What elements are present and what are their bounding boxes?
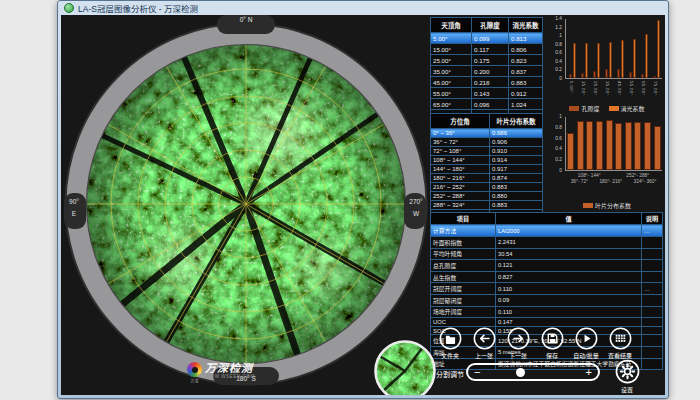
table-row[interactable]: 252° ~ 288°0.880 <box>431 192 543 201</box>
bar-group <box>617 40 624 78</box>
bar-group <box>653 20 660 78</box>
y-axis-tick: 0.6 <box>550 50 562 56</box>
gear-icon <box>615 359 640 384</box>
table-row[interactable]: 总孔隙度0.121 <box>431 260 663 272</box>
legend-item: 叶片分布系数 <box>583 201 631 210</box>
table-row[interactable]: 叶面积指数2.2431 <box>431 236 663 248</box>
chart-bar <box>606 120 613 170</box>
table-row[interactable]: 36° ~ 72°0.906 <box>431 138 543 147</box>
table-row[interactable]: 180° ~ 216°0.874 <box>431 174 543 183</box>
table-row[interactable]: 场地开阔度0.110 <box>431 306 663 318</box>
bar-group <box>577 121 584 170</box>
chart-legend: 叶片分布系数 <box>550 201 664 210</box>
folder-icon <box>439 327 462 350</box>
chart-bar <box>567 133 574 170</box>
table-row[interactable]: 计算方法LAI2000… <box>431 225 663 237</box>
chart-bar <box>586 121 593 170</box>
folder-button[interactable]: 文件夹 <box>433 327 467 360</box>
table-row[interactable]: 冠层郁闭度0.09 <box>431 294 663 306</box>
table-row[interactable]: 216° ~ 252°0.883 <box>431 183 543 192</box>
chart-bar <box>634 122 641 170</box>
slider-thumb[interactable] <box>516 368 525 377</box>
window-content: 0° N 180° S 90° E 270° W 天顶角孔隙度消光系数5.00°… <box>61 15 665 395</box>
table-row[interactable]: 65.00°0.0961.024 <box>431 99 543 110</box>
view-results-button[interactable]: 查看结果 <box>603 327 637 360</box>
chart-bar <box>615 123 622 170</box>
legend-swatch <box>583 203 593 208</box>
segmentation-slider-label: 分割调节 <box>436 369 464 379</box>
auto-batch-button[interactable]: 自动/批量 <box>569 327 603 360</box>
chart-bar <box>653 76 656 78</box>
segmentation-slider[interactable]: − + <box>466 363 600 381</box>
table-row[interactable]: 55.00°0.1430.912 <box>431 88 543 99</box>
table-row[interactable]: 45.00°0.2180.883 <box>431 77 543 88</box>
table-row[interactable]: 35.00°0.2000.837 <box>431 66 543 77</box>
brand-site: WWW.WSEEN.COM <box>205 374 255 379</box>
y-axis-tick: 0.6 <box>550 136 562 142</box>
y-axis-tick: 0.8 <box>550 42 562 48</box>
bar-group <box>567 133 574 170</box>
next-image-button[interactable]: 下一张 <box>501 327 535 360</box>
chart-legend: 孔隙度消光系数 <box>550 104 664 113</box>
y-axis-tick: 0.8 <box>550 125 562 131</box>
bar-group <box>586 121 593 170</box>
table-row[interactable]: 72° ~ 108°0.910 <box>431 147 543 156</box>
table-row[interactable]: 108° ~ 144°0.914 <box>431 156 543 165</box>
save-button[interactable]: 保存 <box>535 327 569 360</box>
chart-bar <box>597 43 600 78</box>
chart-bar <box>617 69 620 78</box>
chart-bar <box>657 20 660 78</box>
chart-bar <box>644 122 651 170</box>
chart-bar <box>654 126 661 170</box>
compass-east-degrees: 90° <box>64 198 84 205</box>
legend-swatch <box>569 106 579 111</box>
bar-group <box>654 126 661 170</box>
table-row[interactable]: UOC0.147 <box>431 318 663 327</box>
bar-group <box>569 43 576 78</box>
table-row[interactable]: 288° ~ 324°0.883 <box>431 201 543 210</box>
chart-bar <box>605 69 608 78</box>
slider-plus-button[interactable]: + <box>586 366 592 378</box>
table-row[interactable]: 0° ~ 36°0.686 <box>431 129 543 138</box>
chart-bar <box>633 39 636 78</box>
settings-button[interactable]: 设置 <box>610 359 644 394</box>
bar-group <box>581 43 588 78</box>
chart-bar <box>641 74 644 78</box>
brand-logo-caption: 万深 <box>187 378 202 384</box>
table-row[interactable]: 丛生指数0.827 <box>431 271 663 283</box>
y-axis-tick: 0.2 <box>550 67 562 73</box>
brand-logo-icon <box>187 362 202 377</box>
y-axis-tick: 0.4 <box>550 146 562 152</box>
table-row[interactable]: 144° ~ 180°0.917 <box>431 165 543 174</box>
canopy-thumbnail[interactable] <box>373 339 437 395</box>
bar-group <box>629 39 636 78</box>
bar-group <box>644 122 651 170</box>
bar-group <box>634 122 641 170</box>
app-window: LA-S冠层图像分析仪 - 万深检测 <box>57 0 669 399</box>
table-row[interactable]: 平均叶倾角30.54 <box>431 248 663 260</box>
chart-bar <box>629 72 632 78</box>
chart-bar <box>596 121 603 170</box>
x-axis-labels: 5.00°15.00°25.00°35.00°45.00°55.00°65.00… <box>565 81 662 96</box>
previous-image-button[interactable]: 上一张 <box>467 327 501 360</box>
chart-bar <box>569 74 572 78</box>
chart-bar <box>581 73 584 78</box>
branding: 万深 万深检测 WWW.WSEEN.COM <box>187 362 255 384</box>
chart-bar <box>625 122 632 170</box>
table-row[interactable]: 25.00°0.1750.823 <box>431 55 543 66</box>
title-bar[interactable]: LA-S冠层图像分析仪 - 万深检测 <box>58 1 668 15</box>
app-icon <box>64 3 74 13</box>
table-row[interactable]: 冠层开阔度0.110… <box>431 283 663 295</box>
y-axis-tick: 1.2 <box>550 25 562 31</box>
slider-minus-button[interactable]: − <box>474 366 480 378</box>
chart-bar <box>609 42 612 78</box>
compass-north-label: 0° N <box>226 16 266 23</box>
window-title: LA-S冠层图像分析仪 - 万深检测 <box>78 2 198 14</box>
table-row[interactable]: 5.00°0.0990.813 <box>431 33 543 44</box>
canopy-fisheye-image <box>61 15 429 395</box>
porosity-extinction-chart: 00.20.40.60.811.21.45.00°15.00°25.00°35.… <box>550 16 664 113</box>
legend-item: 孔隙度 <box>569 104 599 113</box>
table-row[interactable]: 15.00°0.1170.806 <box>431 44 543 55</box>
brand-name: 万深检测 <box>205 362 255 374</box>
legend-swatch <box>609 106 619 111</box>
